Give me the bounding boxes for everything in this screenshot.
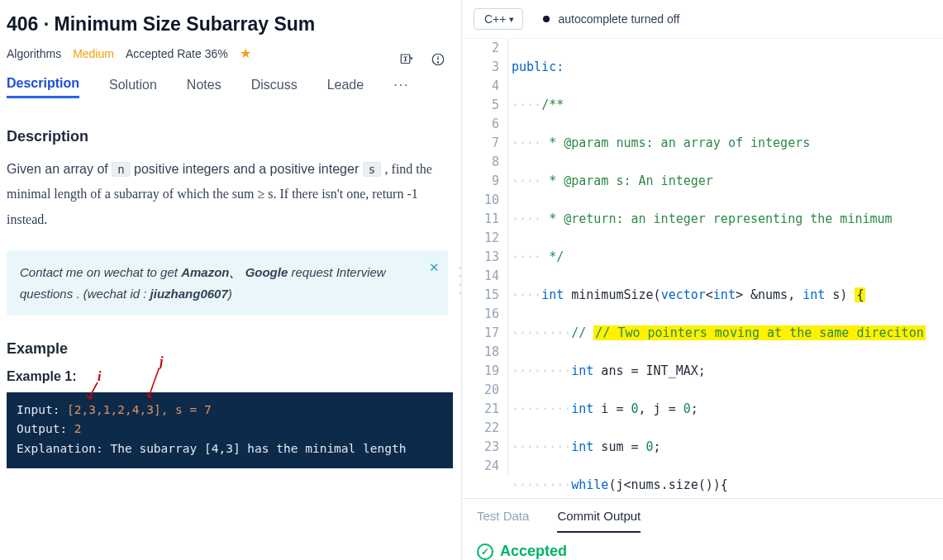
desc-text: Given an array of — [7, 162, 112, 176]
input-label: Input: — [17, 403, 67, 416]
star-icon[interactable]: ★ — [240, 45, 251, 61]
header-action-icons — [398, 51, 446, 68]
example-codeblock: Input: [2,3,1,2,4,3], s = 7 Output: 2 Ex… — [7, 392, 453, 468]
status-dot-icon — [543, 16, 550, 22]
explanation-text: Explanation: The subarray [4,3] has the … — [17, 442, 406, 455]
tab-solution[interactable]: Solution — [109, 78, 157, 97]
svg-point-3 — [437, 62, 438, 63]
example-title-text: Example 1: — [7, 369, 76, 383]
output-value: 2 — [74, 422, 82, 435]
close-icon[interactable]: ✕ — [429, 257, 440, 278]
example-heading: Example — [7, 340, 461, 358]
promo-companies: Amazon、 Google — [181, 265, 288, 279]
problem-title: 406 · Minimum Size Subarray Sum — [7, 7, 461, 44]
accepted-label: Accepted — [500, 543, 567, 560]
autocomplete-label: autocomplete turned off — [558, 12, 679, 26]
promo-box: ✕ Contact me on wechat to get Amazon、 Go… — [7, 250, 448, 316]
promo-wechat-id: jiuzhang0607 — [150, 287, 228, 301]
category-label[interactable]: Algorithms — [7, 47, 61, 60]
editor-toolbar: C++ ▾ autocomplete turned off — [462, 0, 943, 39]
tab-leaderboard[interactable]: Leade — [327, 78, 364, 97]
editor-pane: C++ ▾ autocomplete turned off 2345678910… — [462, 0, 943, 560]
tab-more[interactable]: ··· — [393, 78, 409, 97]
input-values: [2,3,1,2,4,3], s = 7 — [67, 403, 212, 416]
problem-meta: Algorithms Medium Accepted Rate 36% ★ — [7, 44, 461, 68]
line-gutter: 23456789101112131415161718192021222324 — [462, 39, 508, 476]
code-editor[interactable]: 23456789101112131415161718192021222324 p… — [462, 39, 943, 498]
acceptance-label: Accepted Rate 36% — [126, 47, 228, 60]
desc-text: positive integers and a positive integer — [134, 162, 363, 176]
info-icon[interactable] — [430, 51, 446, 68]
translate-icon[interactable] — [398, 51, 415, 68]
content-tabs: Description Solution Notes Discuss Leade… — [7, 68, 461, 105]
promo-text: ) — [228, 287, 232, 301]
description-body: Given an array of n positive integers an… — [7, 157, 445, 232]
problem-pane: 406 · Minimum Size Subarray Sum Algorith… — [0, 0, 462, 560]
tab-notes[interactable]: Notes — [187, 78, 221, 97]
tab-test-data[interactable]: Test Data — [477, 509, 529, 533]
description-heading: Description — [7, 128, 461, 145]
tab-discuss[interactable]: Discuss — [251, 78, 298, 97]
language-selector[interactable]: C++ ▾ — [474, 8, 523, 30]
code-lines[interactable]: public: ····/** ···· * @param nums: an a… — [512, 39, 943, 498]
chevron-down-icon: ▾ — [509, 14, 514, 25]
difficulty-label[interactable]: Medium — [73, 47, 114, 60]
language-label: C++ — [484, 12, 506, 26]
code-s: s — [363, 162, 381, 177]
result-tabs: Test Data Commit Output — [462, 498, 943, 533]
check-circle-icon: ✓ — [477, 543, 493, 560]
example-1-title: Example 1: i j — [7, 369, 461, 384]
tab-description[interactable]: Description — [7, 76, 79, 98]
promo-text: Contact me on wechat to get — [20, 265, 181, 279]
code-n: n — [112, 162, 130, 177]
tab-commit-output[interactable]: Commit Output — [557, 509, 641, 533]
autocomplete-status[interactable]: autocomplete turned off — [543, 12, 679, 26]
output-label: Output: — [17, 422, 74, 435]
accepted-status: ✓ Accepted — [462, 533, 943, 560]
